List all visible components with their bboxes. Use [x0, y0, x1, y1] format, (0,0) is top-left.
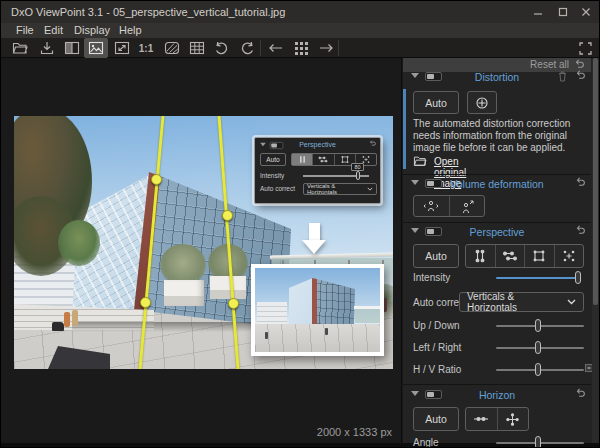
menu-bar: File Edit Display Help — [1, 23, 600, 38]
window-title: DxO ViewPoint 3.1 - 05_perspective_verti… — [11, 6, 285, 18]
maximize-button[interactable] — [552, 4, 574, 20]
panel-scrollbar[interactable] — [592, 58, 599, 443]
zoom-1-1-button[interactable]: 1:1 — [134, 38, 158, 58]
auto-correct-value: Verticals & Horizontals — [467, 291, 567, 313]
horizon-auto-button[interactable]: Auto — [413, 407, 459, 431]
auto-correct-dropdown[interactable]: Verticals & Horizontals — [459, 292, 584, 312]
reset-all-label[interactable]: Reset all — [530, 59, 569, 70]
down-arrow — [309, 223, 320, 240]
angle-label: Angle — [413, 437, 439, 448]
guide-handle[interactable] — [151, 174, 162, 185]
intensity-slider[interactable] — [496, 277, 579, 279]
volume-deformation-title: Volume deformation — [403, 178, 591, 190]
guide-handle[interactable] — [228, 298, 239, 309]
corrected-image — [255, 268, 380, 352]
image-canvas: Perspective Auto Intensity 80 Auto corre… — [1, 58, 402, 443]
guide-handle[interactable] — [222, 210, 233, 221]
hv-ratio-label: H / V Ratio — [413, 364, 461, 375]
image-view-button[interactable] — [84, 38, 108, 58]
fullscreen-button[interactable] — [573, 38, 597, 58]
menu-edit[interactable]: Edit — [44, 24, 63, 36]
reset-all-bar[interactable]: Reset all — [403, 58, 591, 72]
compare-view-button[interactable] — [60, 38, 84, 58]
up-down-slider-handle[interactable] — [535, 319, 541, 332]
left-right-slider-handle[interactable] — [535, 341, 541, 354]
folder-icon — [413, 155, 427, 167]
left-right-label: Left / Right — [413, 342, 461, 353]
fit-to-screen-button[interactable] — [110, 38, 134, 58]
toolbar-separator — [260, 40, 261, 56]
app-window: DxO ViewPoint 3.1 - 05_perspective_verti… — [0, 0, 600, 448]
intensity-slider-handle[interactable] — [575, 271, 581, 284]
perspective-auto-button[interactable]: Auto — [413, 244, 459, 268]
image-browser-button[interactable] — [289, 38, 313, 58]
force-rectangle-icon[interactable] — [524, 245, 554, 267]
perspective-tools — [465, 244, 584, 268]
distortion-auto-button[interactable]: Auto — [413, 91, 459, 114]
cylindrical-correction-icon[interactable] — [414, 196, 449, 216]
horizon-title: Horizon — [403, 389, 591, 401]
info-accent-bar — [403, 89, 406, 169]
horizon-reset-icon[interactable] — [575, 388, 586, 399]
toolbar: 1:1 — [1, 38, 600, 58]
section-divider — [403, 222, 591, 223]
angle-slider-handle[interactable] — [535, 436, 541, 448]
open-file-button[interactable] — [8, 38, 32, 58]
force-horizontals-icon[interactable] — [495, 245, 525, 267]
grid-overlay-button[interactable] — [185, 38, 209, 58]
volume-reset-icon[interactable] — [575, 177, 586, 188]
corrected-image-inset — [251, 264, 384, 356]
planter-box — [210, 276, 246, 299]
force-verticals-icon[interactable] — [466, 245, 495, 267]
minimize-button[interactable] — [527, 4, 549, 20]
close-button[interactable] — [575, 4, 597, 20]
auto-button: Auto — [260, 153, 286, 166]
menu-file[interactable]: File — [16, 24, 34, 36]
intensity-value-tooltip: 80 — [351, 163, 364, 171]
distortion-preview-button[interactable] — [160, 38, 184, 58]
pedestrian — [325, 328, 328, 335]
perspective-tools — [291, 153, 377, 166]
down-arrow-head — [302, 240, 326, 254]
intensity-label: Intensity — [260, 172, 284, 179]
up-down-label: Up / Down — [413, 320, 460, 331]
undo-icon[interactable] — [209, 38, 233, 58]
eight-points-icon[interactable] — [554, 245, 584, 267]
chevron-down-icon — [567, 299, 576, 305]
pedestrian — [265, 332, 268, 339]
reset-all-icon[interactable] — [574, 59, 585, 70]
intensity-label: Intensity — [413, 272, 450, 283]
reset-icon — [369, 140, 376, 147]
horizon-tools — [465, 407, 529, 431]
previous-image-button[interactable] — [263, 38, 287, 58]
scrollbar-thumb[interactable] — [593, 58, 598, 305]
pedestrian — [64, 312, 70, 327]
pedestrian — [72, 310, 78, 326]
horizon-line-icon[interactable] — [466, 408, 497, 430]
force-verticals-icon — [292, 154, 312, 165]
guide-handle[interactable] — [140, 297, 151, 308]
trash-icon[interactable] — [558, 71, 567, 82]
perspective-reset-icon[interactable] — [575, 225, 586, 236]
redo-icon[interactable] — [235, 38, 259, 58]
menu-help[interactable]: Help — [119, 24, 142, 36]
slider-handle — [356, 171, 360, 180]
export-button[interactable] — [35, 38, 59, 58]
horizon-crosshair-icon[interactable] — [497, 408, 529, 430]
next-image-button[interactable] — [314, 38, 338, 58]
section-divider — [403, 174, 591, 175]
planter-box — [164, 280, 204, 306]
auto-correct-dropdown: Verticals & Horizontals — [303, 183, 377, 195]
distortion-reset-icon[interactable] — [575, 70, 586, 81]
hv-ratio-slider-handle[interactable] — [535, 363, 541, 376]
distortion-info-text: The automated distortion correction need… — [413, 118, 585, 154]
auto-correct-label: Auto correct — [260, 185, 295, 192]
volume-tools — [413, 195, 485, 217]
fisheye-icon[interactable] — [467, 91, 497, 114]
plaza-pavement — [255, 324, 380, 352]
menu-display[interactable]: Display — [74, 24, 110, 36]
title-bar: DxO ViewPoint 3.1 - 05_perspective_verti… — [1, 1, 600, 23]
spherical-correction-icon[interactable] — [449, 196, 485, 216]
section-divider — [403, 384, 591, 385]
image-size-label: 2000 x 1333 px — [251, 426, 392, 438]
